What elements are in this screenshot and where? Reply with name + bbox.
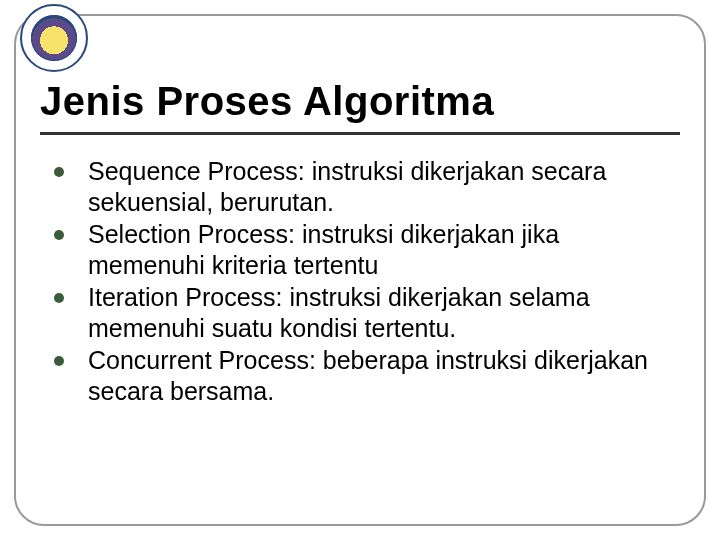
university-logo [20,4,88,72]
body-text: Sequence Process: instruksi dikerjakan s… [48,156,660,408]
bullet-list: Sequence Process: instruksi dikerjakan s… [48,156,660,406]
bullet-text: Sequence Process: instruksi dikerjakan s… [88,157,606,216]
slide-title: Jenis Proses Algoritma [40,80,680,122]
title-underline [40,132,680,135]
bullet-text: Concurrent Process: beberapa instruksi d… [88,346,648,405]
list-item: Selection Process: instruksi dikerjakan … [48,219,660,280]
bullet-text: Selection Process: instruksi dikerjakan … [88,220,559,279]
list-item: Iteration Process: instruksi dikerjakan … [48,282,660,343]
list-item: Concurrent Process: beberapa instruksi d… [48,345,660,406]
bullet-text: Iteration Process: instruksi dikerjakan … [88,283,590,342]
slide: Jenis Proses Algoritma Sequence Process:… [0,0,720,540]
logo-icon [31,15,77,61]
list-item: Sequence Process: instruksi dikerjakan s… [48,156,660,217]
